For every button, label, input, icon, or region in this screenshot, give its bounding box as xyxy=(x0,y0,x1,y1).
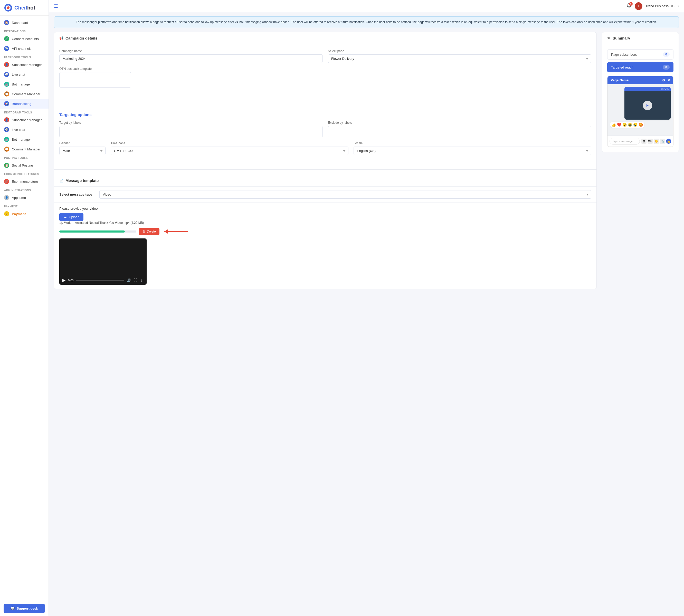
exclude-labels-group: Exclude by labels xyxy=(328,121,591,137)
delete-button[interactable]: 🗑 Delete xyxy=(139,228,159,235)
connect-icon: 🔗 xyxy=(4,36,9,41)
msg-icon-emoji[interactable]: 😊 xyxy=(654,139,659,144)
msg-icon-gif[interactable]: GIF xyxy=(647,139,653,144)
nav-fb-subscriber[interactable]: 👤 Subscriber Manager xyxy=(0,60,48,70)
nav-ig-botmanager[interactable]: 🤖 Bot manager xyxy=(0,134,48,144)
messenger-settings-icon[interactable]: ⚙ xyxy=(662,78,665,82)
nav-social-posting[interactable]: 📋 Social Posting xyxy=(0,160,48,170)
upload-label: Please provide your video xyxy=(59,206,591,211)
progress-bar-bg xyxy=(59,230,136,233)
appsumo-icon: 👤 xyxy=(4,195,9,200)
campaign-name-group: Campaign name xyxy=(59,49,323,63)
nav-payment[interactable]: 💰 Payment xyxy=(0,209,48,219)
gender-group: Gender Male Female All xyxy=(59,141,106,155)
campaign-icon: 📢 xyxy=(59,36,63,40)
select-page-dropdown[interactable]: Flower Delivery xyxy=(328,54,591,63)
gender-select[interactable]: Male Female All xyxy=(59,147,106,155)
file-name: 1). Modern Animated Neutral Thank You Vi… xyxy=(59,221,591,225)
nav-fb-comment[interactable]: 💭 Comment Manager xyxy=(0,89,48,99)
nav-appsumo[interactable]: 👤 Appsumo xyxy=(0,193,48,202)
summary-header: 👁 Summary xyxy=(602,32,679,44)
select-page-group: Select page Flower Delivery xyxy=(328,49,591,63)
msg-icon-image[interactable]: 🖼 xyxy=(641,139,646,144)
video-play-button[interactable]: ▶ xyxy=(62,278,65,283)
target-labels-group: Target by labels xyxy=(59,121,323,137)
targeting-title: Targeting options xyxy=(59,112,591,117)
nav-payment-label: Payment xyxy=(12,212,26,216)
campaign-name-input[interactable] xyxy=(59,54,323,63)
msg-type-select[interactable]: Text Image Video Audio File xyxy=(99,190,591,199)
upload-icon: ☁ xyxy=(63,215,67,219)
user-menu-caret[interactable]: ▾ xyxy=(678,5,679,7)
nav-ig-livechat[interactable]: 💬 Live chat xyxy=(0,125,48,134)
emoji-reactions: 👍 ❤️ 😮 😂 😢 😡 xyxy=(610,122,644,128)
video-volume-button[interactable]: 🔊 xyxy=(127,278,131,282)
timezone-select[interactable]: GMT +11.00 xyxy=(111,147,348,155)
msg-icon-attach[interactable]: 📎 xyxy=(660,139,665,144)
video-more-button[interactable]: ⋮ xyxy=(140,278,144,282)
nav-ig-subscriber[interactable]: 👤 Subscriber Manager xyxy=(0,115,48,125)
nav-ig-comment[interactable]: 💭 Comment Manager xyxy=(0,144,48,154)
play-svg xyxy=(646,104,649,107)
nav-fb-botmanager[interactable]: 🤖 Bot manager xyxy=(0,79,48,89)
right-column: 👁 Summary Page subscribers 0 Targeted re… xyxy=(602,32,679,293)
divider2 xyxy=(54,169,596,170)
nav-fb-comment-label: Comment Manager xyxy=(12,92,40,96)
nav-fb-livechat[interactable]: 💬 Live chat xyxy=(0,70,48,79)
video-progress-bar[interactable] xyxy=(76,280,124,281)
msg-template-header: 📄 Message template xyxy=(54,175,596,186)
notification-bell[interactable]: 0 xyxy=(626,3,632,9)
select-page-label: Select page xyxy=(328,49,591,53)
exclude-labels-input[interactable] xyxy=(328,126,591,137)
fb-livechat-icon: 💬 xyxy=(4,72,9,77)
summary-body: Page subscribers 0 Targeted reach 0 Page… xyxy=(602,44,679,152)
nav-fb-livechat-label: Live chat xyxy=(12,73,25,76)
section-integrations: INTEGRATIONS xyxy=(0,27,48,34)
payment-icon: 💰 xyxy=(4,211,9,216)
emoji-2: ❤️ xyxy=(617,123,621,127)
target-labels-input[interactable] xyxy=(59,126,323,137)
ig-bot-icon: 🤖 xyxy=(4,137,9,142)
nav-connect-accounts[interactable]: 🔗 Connect Accounts xyxy=(0,34,48,44)
nav-social-label: Social Posting xyxy=(12,163,33,167)
messenger-input[interactable]: type a message... xyxy=(610,138,640,145)
preview-play-btn[interactable] xyxy=(643,101,652,110)
locale-select[interactable]: English (US) xyxy=(354,147,591,155)
messenger-page-name: Page Name xyxy=(611,78,628,82)
section-payment: PAYMENT xyxy=(0,202,48,209)
logo: Cheifbot xyxy=(0,0,48,16)
targeting-body: Targeting options Target by labels Exclu… xyxy=(54,107,596,164)
otn-input[interactable] xyxy=(59,72,131,88)
section-ecommerce: ECOMMERCE FEATURES xyxy=(0,170,48,177)
ig-subscriber-icon: 👤 xyxy=(4,117,9,123)
campaign-name-label: Campaign name xyxy=(59,49,323,53)
section-facebook: FACEBOOK TOOLS xyxy=(0,53,48,60)
sidebar: Cheifbot 🏠 Dashboard INTEGRATIONS 🔗 Conn… xyxy=(0,0,49,616)
campaign-form-row2: OTN postback template xyxy=(59,67,591,88)
upload-button[interactable]: ☁ Upload xyxy=(59,213,83,221)
targeted-reach-count: 0 xyxy=(663,65,670,70)
video-expand-button[interactable]: ⛶ xyxy=(134,278,137,282)
messenger-placeholder: type a message... xyxy=(613,140,635,143)
nav-dashboard-label: Dashboard xyxy=(12,21,28,25)
otn-group: OTN postback template xyxy=(59,67,131,88)
emoji-4: 😂 xyxy=(628,123,632,127)
messenger-body: video xyxy=(607,84,673,135)
progress-bar-container xyxy=(59,230,136,233)
summary-card: 👁 Summary Page subscribers 0 Targeted re… xyxy=(602,32,679,152)
msg-type-row: Select message type Text Image Video Aud… xyxy=(54,186,596,202)
nav-ecommerce[interactable]: 🛒 Ecommerce store xyxy=(0,177,48,186)
notification-badge: 0 xyxy=(629,2,633,6)
topbar: ☰ 0 T Trend Business CO ▾ xyxy=(49,0,684,12)
msg-icon-thumbsup[interactable]: 👍 xyxy=(666,139,671,144)
support-button[interactable]: 💬 Support desk xyxy=(4,604,45,613)
messenger-close-icon[interactable]: ✕ xyxy=(667,78,670,82)
page-content: The messenger platform's one-time notifi… xyxy=(49,12,684,297)
messenger-footer: type a message... 🖼 GIF 😊 📎 👍 xyxy=(607,135,673,147)
nav-api-channels[interactable]: 📡 API channels xyxy=(0,44,48,53)
hamburger-icon[interactable]: ☰ xyxy=(54,3,58,9)
messenger-header: Page Name ⚙ ✕ xyxy=(607,76,673,84)
nav-fb-broadcasting[interactable]: 📢 Broadcasting xyxy=(0,99,48,109)
emoji-5: 😢 xyxy=(633,123,638,127)
nav-dashboard[interactable]: 🏠 Dashboard xyxy=(0,18,48,27)
